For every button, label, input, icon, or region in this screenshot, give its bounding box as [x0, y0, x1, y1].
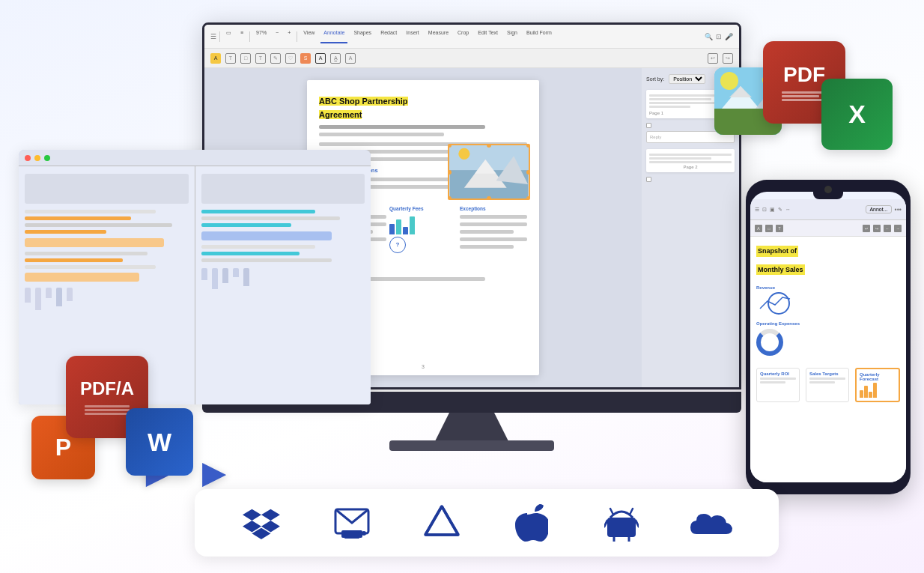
phone-roi-line2 [760, 381, 785, 383]
svg-rect-21 [607, 518, 636, 537]
highlight-icon[interactable]: A [210, 53, 221, 64]
icon-android[interactable] [599, 500, 644, 545]
phone-fwd[interactable]: → [894, 225, 902, 232]
google-drive-icon [422, 503, 461, 542]
right-bar-3 [222, 268, 228, 283]
thumb-lines-2 [649, 154, 732, 163]
icon-onedrive[interactable] [689, 500, 734, 545]
shape-icon[interactable]: ♡ [285, 53, 296, 64]
monitor-base [389, 440, 554, 451]
toolbar-view-btn[interactable]: View [300, 30, 317, 43]
phone-redo[interactable]: ↪ [873, 225, 881, 232]
icon-dropbox[interactable] [240, 500, 285, 545]
svg-rect-15 [344, 535, 359, 539]
redo-icon[interactable]: ↪ [723, 53, 733, 64]
toolbar-zoom-display[interactable]: 97% [253, 30, 270, 43]
toolbar-page-view-btn[interactable]: ▭ [223, 30, 234, 43]
underline-icon[interactable]: A̲ [330, 53, 341, 64]
forecast-bar-1 [860, 390, 863, 398]
toolbar-zoom-in-btn[interactable]: + [285, 30, 294, 43]
phone-title-line2: Monthly Sales [756, 264, 805, 276]
phone-t2-icon3[interactable]: T [776, 225, 783, 232]
toolbar-scroll-btn[interactable]: ≡ [237, 30, 246, 43]
phone-annotate-icon[interactable]: ✎ [778, 207, 782, 213]
phone-forecast-box: Quarterly Forecast [855, 368, 900, 402]
font-icon[interactable]: A [345, 53, 356, 64]
sort-label: Sort by: [646, 76, 664, 82]
phone-doc-icon[interactable]: ⊡ [762, 207, 767, 213]
phone-back[interactable]: ← [884, 225, 891, 232]
pdf-title-text-line1: ABC Shop Partnership [319, 97, 408, 106]
toolbar-insert-btn[interactable]: Insert [403, 30, 422, 43]
phone-t2-icon1[interactable]: A [755, 225, 762, 232]
page2-label: Page 2 [649, 165, 732, 169]
revenue-line-chart [756, 290, 794, 317]
strikethrough-icon[interactable]: S [300, 53, 311, 64]
toolbar-zoom-out-btn[interactable]: − [273, 30, 282, 43]
phone-menu-icon[interactable]: ☰ [755, 207, 759, 213]
toolbar-annotate-btn[interactable]: Annotate [320, 30, 347, 43]
icon-google-drive[interactable] [419, 500, 464, 545]
toolbar-redact-btn[interactable]: Redact [377, 30, 400, 43]
right-bar-5 [243, 268, 249, 286]
phone-chart-area: Revenue [756, 285, 900, 402]
svg-line-20 [442, 506, 458, 535]
phone-undo[interactable]: ↩ [863, 225, 870, 232]
font-color-A[interactable]: A [315, 53, 326, 64]
phone-content: Snapshot of Monthly Sales Revenue [750, 237, 906, 482]
right-bar-2 [212, 268, 218, 289]
pdf-image-placeholder [448, 144, 530, 200]
toolbar-measure-btn[interactable]: Measure [425, 30, 452, 43]
word-label: W [148, 428, 171, 457]
svg-line-22 [610, 509, 613, 515]
phone-more-icon[interactable]: ••• [895, 206, 902, 213]
box-icon[interactable]: □ [240, 53, 251, 64]
doc-line-orange-block [25, 238, 164, 247]
doc-cyan-2 [201, 223, 291, 227]
toolbar-sign-btn[interactable]: Sign [504, 30, 520, 43]
share-icon[interactable]: ⊡ [716, 33, 722, 40]
question-circle: ? [389, 237, 457, 253]
phone-search-icon[interactable]: ↔ [785, 207, 791, 212]
svg-point-7 [720, 72, 738, 90]
phone-thumb-icon[interactable]: ▣ [770, 207, 775, 213]
textbox-icon[interactable]: T [255, 53, 266, 64]
thumbnail-page2[interactable]: Page 2 [646, 149, 735, 172]
mic-icon[interactable]: 🎤 [725, 33, 733, 40]
doc-line-2 [25, 223, 172, 227]
pdf-title: ABC Shop Partnership Agreement [319, 94, 434, 121]
pdf-col-exceptions: Exceptions [460, 206, 527, 253]
chart-bar-1 [25, 288, 31, 303]
svg-point-25 [625, 515, 628, 518]
pencil-icon[interactable]: ✎ [270, 53, 281, 64]
sort-select[interactable]: Position [669, 74, 705, 84]
icon-apple[interactable] [509, 500, 554, 545]
right-bar-1 [201, 268, 207, 280]
toolbar-build-form-btn[interactable]: Build Form [523, 30, 555, 43]
text-icon[interactable]: T [225, 53, 236, 64]
close-btn[interactable] [25, 155, 31, 161]
pdf-col2-title: Quarterly Fees [389, 206, 457, 211]
undo-icon[interactable]: ↩ [708, 53, 718, 64]
forecast-bar-4 [873, 383, 877, 398]
phone-annot-btn[interactable]: Annot... [866, 205, 891, 213]
checkbox-2[interactable] [646, 177, 651, 182]
pdf-toolbar-row2: A T □ T ✎ ♡ S A A̲ A ↩ ↪ [204, 49, 739, 68]
phone-t2-icon2[interactable]: □ [765, 225, 773, 232]
pdfa-line-2 [85, 409, 130, 411]
bar-4 [410, 216, 415, 234]
toolbar-crop-btn[interactable]: Crop [455, 30, 472, 43]
icon-ms-office[interactable] [329, 500, 374, 545]
toolbar-shapes-btn[interactable]: Shapes [350, 30, 374, 43]
toolbar-edit-text-btn[interactable]: Edit Text [475, 30, 501, 43]
svg-point-5 [458, 148, 469, 160]
minimize-btn[interactable] [34, 155, 40, 161]
maximize-btn[interactable] [44, 155, 50, 161]
main-scene: ☰ ▭ ≡ 97% − + View Annotate Shapes Redac… [0, 0, 924, 573]
phone-forecast-bars [860, 381, 896, 398]
page1-label: Page 1 [649, 111, 663, 115]
doc-cyan-1 [201, 210, 316, 213]
checkbox-1[interactable] [646, 123, 651, 128]
hamburger-icon[interactable]: ☰ [210, 33, 216, 40]
search-icon[interactable]: 🔍 [705, 33, 713, 40]
